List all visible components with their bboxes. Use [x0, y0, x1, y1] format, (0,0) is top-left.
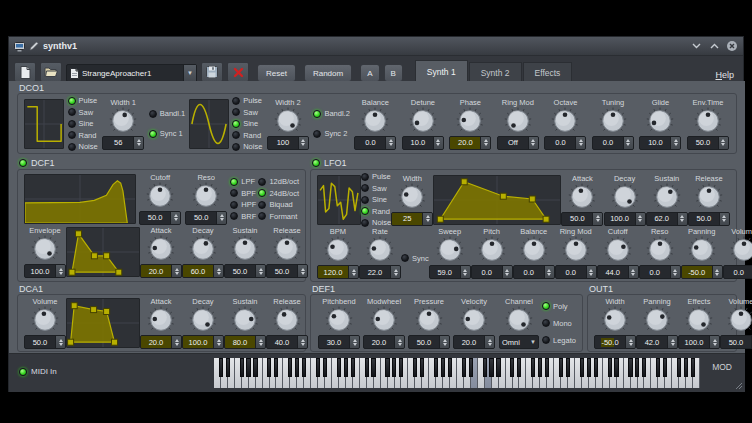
knob-sweep-spin[interactable]: 59.0 [429, 265, 471, 279]
black-key[interactable] [344, 358, 348, 377]
knob-width-dial[interactable] [601, 306, 629, 334]
knob-cutoff-dial[interactable] [604, 236, 632, 264]
black-key[interactable] [337, 358, 341, 377]
radio-brf[interactable]: BRF [230, 212, 256, 221]
random-button[interactable]: Random [304, 64, 352, 82]
knob-modwheel-spin[interactable]: 20.0 [363, 335, 405, 349]
knob-octave-dial[interactable] [551, 107, 579, 135]
radio-rand[interactable]: Rand [68, 131, 98, 140]
knob-release-dial[interactable] [273, 235, 301, 263]
dca1-envelope-display[interactable] [66, 298, 140, 348]
knob-ring-mod-spin[interactable]: Off [497, 136, 539, 150]
knob-sustain-spin[interactable]: 62.0 [646, 212, 688, 226]
black-key[interactable] [628, 358, 632, 377]
black-key[interactable] [656, 358, 660, 377]
radio-bandl-1[interactable]: Bandl.1 [149, 109, 185, 118]
knob-width-1-spin-stepper[interactable] [133, 137, 143, 149]
black-key[interactable] [371, 358, 375, 377]
knob-bpm-dial[interactable] [324, 236, 352, 264]
knob-phase-dial[interactable] [456, 107, 484, 135]
dco1-wave1-display[interactable] [24, 99, 64, 149]
knob-effects-spin[interactable]: 100.0 [678, 335, 720, 349]
black-key[interactable] [219, 358, 223, 377]
knob-attack-spin[interactable]: 50.0 [561, 212, 603, 226]
knob-detune-spin[interactable]: 10.0 [402, 136, 444, 150]
knob-volume-dial[interactable] [31, 306, 59, 334]
knob-modwheel-spin-stepper[interactable] [394, 336, 404, 348]
knob-attack-spin-stepper[interactable] [171, 336, 181, 348]
knob-pitchbend-dial[interactable] [325, 306, 353, 334]
knob-reso-spin[interactable]: 50.0 [185, 211, 227, 225]
reset-button[interactable]: Reset [257, 64, 296, 82]
knob-width-spin[interactable]: -50.0 [594, 335, 636, 349]
radio-bpf[interactable]: BPF [230, 189, 256, 198]
save-preset-button[interactable] [201, 62, 223, 82]
knob-env-time-spin-stepper[interactable] [718, 137, 728, 149]
knob-decay-spin[interactable]: 100.0 [182, 335, 224, 349]
knob-sweep-spin-stepper[interactable] [460, 266, 470, 278]
knob-volume-spin[interactable]: 50.0 [24, 335, 66, 349]
knob-rate-dial[interactable] [366, 236, 394, 264]
knob-ring-mod-spin[interactable]: 0.0 [555, 265, 597, 279]
knob-balance-dial[interactable] [361, 107, 389, 135]
black-key[interactable] [316, 358, 320, 377]
radio-sine[interactable]: Sine [68, 119, 98, 128]
black-key[interactable] [517, 358, 521, 377]
black-key[interactable] [677, 358, 681, 377]
black-key[interactable] [253, 358, 257, 377]
knob-bpm-spin[interactable]: 120.0 [317, 265, 359, 279]
black-key[interactable] [351, 358, 355, 377]
knob-velocity-spin-stepper[interactable] [484, 336, 494, 348]
knob-pressure-spin[interactable]: 50.0 [408, 335, 450, 349]
knob-panning-spin-stepper[interactable] [712, 266, 722, 278]
knob-glide-spin-stepper[interactable] [670, 137, 680, 149]
knob-effects-dial[interactable] [685, 306, 713, 334]
knob-attack-dial[interactable] [568, 183, 596, 211]
knob-tuning-spin-stepper[interactable] [623, 137, 633, 149]
black-key[interactable] [302, 358, 306, 377]
knob-width-2-spin-stepper[interactable] [298, 137, 308, 149]
knob-pressure-dial[interactable] [415, 306, 443, 334]
knob-width-2-dial[interactable] [274, 107, 302, 135]
lfo1-envelope-display[interactable] [433, 175, 561, 225]
knob-glide-dial[interactable] [646, 107, 674, 135]
knob-decay-spin-stepper[interactable] [635, 213, 645, 225]
knob-width-spin[interactable]: 25 [391, 212, 433, 226]
knob-width-dial[interactable] [398, 183, 426, 211]
knob-volume-dial[interactable] [727, 306, 752, 334]
radio-formant[interactable]: Formant [258, 212, 299, 221]
black-key[interactable] [483, 358, 487, 377]
knob-decay-spin-stepper[interactable] [213, 265, 223, 277]
knob-rate-spin-stepper[interactable] [390, 266, 400, 278]
dcf1-led[interactable] [19, 159, 27, 167]
knob-release-spin[interactable]: 50.0 [266, 264, 308, 278]
knob-attack-spin[interactable]: 20.0 [140, 264, 182, 278]
knob-envelope-spin-stepper[interactable] [55, 265, 65, 277]
black-key[interactable] [594, 358, 598, 377]
radio-sync-2[interactable]: Sync 2 [313, 129, 349, 138]
black-key[interactable] [441, 358, 445, 377]
tab-synth-2[interactable]: Synth 2 [469, 62, 522, 82]
black-key[interactable] [246, 358, 250, 377]
black-key[interactable] [420, 358, 424, 377]
lfo1-led[interactable] [312, 159, 320, 167]
knob-attack-dial[interactable] [147, 306, 175, 334]
knob-panning-spin[interactable]: -50.0 [681, 265, 723, 279]
knob-release-spin-stepper[interactable] [719, 213, 729, 225]
knob-tuning-dial[interactable] [599, 107, 627, 135]
radio-pulse[interactable]: Pulse [68, 96, 98, 105]
minimize-button[interactable] [690, 40, 702, 52]
radio-legato[interactable]: Legato [542, 336, 576, 345]
knob-sustain-spin-stepper[interactable] [677, 213, 687, 225]
black-key[interactable] [240, 358, 244, 377]
black-key[interactable] [642, 358, 646, 377]
dcf1-response-display[interactable] [24, 174, 136, 224]
black-key[interactable] [413, 358, 417, 377]
knob-octave-spin-stepper[interactable] [575, 137, 585, 149]
black-key[interactable] [295, 358, 299, 377]
radio-lpf[interactable]: LPF [230, 177, 256, 186]
knob-sustain-dial[interactable] [231, 235, 259, 263]
black-key[interactable] [434, 358, 438, 377]
knob-pitchbend-spin-stepper[interactable] [349, 336, 359, 348]
knob-detune-dial[interactable] [409, 107, 437, 135]
